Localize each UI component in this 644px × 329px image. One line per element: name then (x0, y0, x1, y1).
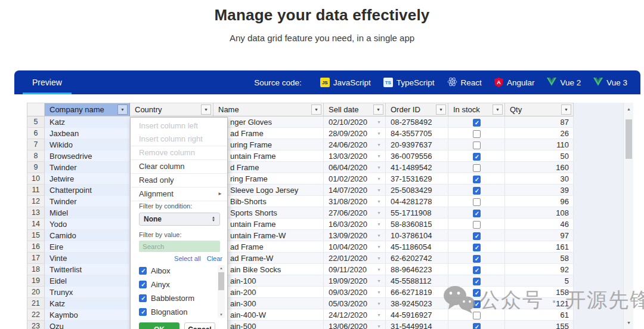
option-checkbox[interactable]: ✓ (139, 308, 147, 316)
cell-company[interactable]: Wikido (45, 139, 130, 150)
list-scroll-down-icon[interactable]: ▼ (218, 312, 225, 318)
in-stock-checkbox[interactable] (473, 221, 481, 229)
cell-in-stock[interactable] (448, 219, 505, 230)
cell-sell-date[interactable]: 24/12/2020▼ (324, 309, 386, 321)
cell-in-stock[interactable] (448, 128, 505, 139)
cell-company[interactable]: Midel (45, 207, 130, 219)
cell-sell-date[interactable]: 28/09/2020▼ (324, 128, 386, 139)
cell-company[interactable]: Jaxbean (45, 128, 130, 139)
row-number-cell[interactable]: 14 (27, 219, 45, 230)
cell-in-stock[interactable]: ✓ (448, 275, 505, 287)
cell-qty[interactable]: 26 (505, 128, 574, 139)
in-stock-checkbox[interactable]: ✓ (473, 119, 481, 127)
cell-order-id[interactable]: 10-3786104 (386, 230, 448, 241)
cell-in-stock[interactable]: ✓ (448, 230, 505, 241)
in-stock-checkbox[interactable]: ✓ (473, 255, 481, 263)
row-number-cell[interactable]: 23 (27, 321, 45, 329)
row-number-cell[interactable]: 7 (27, 139, 45, 150)
row-number-cell[interactable]: 18 (27, 264, 45, 275)
date-dropdown-icon[interactable]: ▼ (377, 302, 383, 306)
cell-sell-date[interactable]: 14/07/2020▼ (324, 185, 386, 196)
cell-name[interactable]: ain-300 (213, 298, 324, 309)
cell-in-stock[interactable]: ✓ (448, 321, 505, 329)
cell-company[interactable]: Twitterlist (45, 264, 130, 275)
condition-select[interactable]: None ▲▼ (139, 213, 220, 226)
column-dropdown-button[interactable]: ▼ (311, 104, 321, 115)
menu-item-alignment[interactable]: Alignment► (131, 187, 227, 201)
column-header-name[interactable]: Name▼ (213, 103, 324, 116)
scrollbar-thumb[interactable] (626, 119, 632, 159)
cell-name[interactable]: untain Frame-W (213, 230, 324, 241)
column-dropdown-button[interactable]: ▼ (201, 104, 211, 115)
row-number-cell[interactable]: 15 (27, 230, 45, 241)
date-dropdown-icon[interactable]: ▼ (377, 290, 383, 294)
row-number-cell[interactable]: 22 (27, 309, 45, 321)
date-dropdown-icon[interactable]: ▼ (377, 165, 383, 170)
date-dropdown-icon[interactable]: ▼ (377, 245, 383, 249)
date-dropdown-icon[interactable]: ▼ (377, 313, 383, 317)
cell-order-id[interactable]: 45-1186054 (386, 241, 448, 253)
column-dropdown-button[interactable]: ▼ (373, 104, 383, 115)
corner-header-cell[interactable] (27, 103, 45, 116)
source-link-typescript[interactable]: TSTypeScript (383, 78, 435, 87)
cell-name[interactable]: uring Frame (213, 139, 324, 150)
cell-name[interactable]: untain Frame (213, 150, 324, 162)
cell-in-stock[interactable] (448, 309, 505, 321)
cell-order-id[interactable]: 25-5083429 (386, 185, 448, 196)
in-stock-checkbox[interactable]: ✓ (473, 232, 481, 240)
cell-qty[interactable]: 161 (505, 241, 574, 253)
cell-sell-date[interactable]: 22/01/2020▼ (324, 253, 386, 264)
cell-in-stock[interactable]: ✓ (448, 185, 505, 196)
in-stock-checkbox[interactable]: ✓ (473, 210, 481, 217)
row-number-cell[interactable]: 20 (27, 287, 45, 298)
cell-qty[interactable]: 121 (505, 298, 574, 309)
cell-in-stock[interactable]: ✓ (448, 241, 505, 253)
menu-item-read-only[interactable]: Read only (131, 174, 227, 187)
cell-qty[interactable]: 110 (505, 139, 574, 150)
in-stock-checkbox[interactable]: ✓ (473, 300, 481, 308)
list-scrollbar-thumb[interactable] (218, 272, 224, 290)
in-stock-checkbox[interactable] (473, 142, 481, 149)
cell-company[interactable]: Eidel (45, 275, 130, 287)
date-dropdown-icon[interactable]: ▼ (377, 324, 383, 328)
cell-order-id[interactable]: 88-9646223 (386, 264, 448, 275)
in-stock-checkbox[interactable]: ✓ (473, 244, 481, 251)
cell-name[interactable]: ring Frame (213, 173, 324, 185)
cell-in-stock[interactable] (448, 196, 505, 207)
cell-sell-date[interactable]: 10/04/2020▼ (324, 241, 386, 253)
date-dropdown-icon[interactable]: ▼ (377, 131, 383, 136)
in-stock-checkbox[interactable] (473, 312, 481, 319)
cell-sell-date[interactable]: 31/08/2020▼ (324, 196, 386, 207)
date-dropdown-icon[interactable]: ▼ (377, 143, 383, 147)
cell-sell-date[interactable]: 13/09/2020▼ (324, 230, 386, 241)
cell-qty[interactable]: 61 (505, 309, 574, 321)
cell-order-id[interactable]: 66-6271819 (386, 287, 448, 298)
cell-company[interactable]: Yodo (45, 219, 130, 230)
in-stock-checkbox[interactable]: ✓ (473, 153, 481, 161)
cell-sell-date[interactable]: 09/11/2020▼ (324, 264, 386, 275)
cell-name[interactable]: ain Bike Socks (213, 264, 324, 275)
cell-company[interactable]: Eire (45, 241, 130, 253)
row-number-cell[interactable]: 5 (27, 116, 45, 128)
row-number-cell[interactable]: 8 (27, 150, 45, 162)
cell-name[interactable]: ain-100 (213, 275, 324, 287)
cell-order-id[interactable]: 31-5449914 (386, 321, 448, 329)
cell-sell-date[interactable]: 01/02/2020▼ (324, 173, 386, 185)
date-dropdown-icon[interactable]: ▼ (377, 267, 383, 272)
cell-order-id[interactable]: 08-2758492 (386, 116, 448, 128)
row-number-cell[interactable]: 10 (27, 173, 45, 185)
date-dropdown-icon[interactable]: ▼ (377, 199, 383, 204)
cell-qty[interactable]: 96 (505, 196, 574, 207)
cell-company[interactable]: Chatterpoint (45, 185, 130, 196)
date-dropdown-icon[interactable]: ▼ (377, 120, 383, 124)
cell-company[interactable]: Camido (45, 230, 130, 241)
list-scroll-up-icon[interactable]: ▲ (218, 265, 225, 271)
row-number-cell[interactable]: 21 (27, 298, 45, 309)
in-stock-checkbox[interactable] (473, 198, 481, 206)
select-all-link[interactable]: Select all (174, 255, 201, 262)
filter-value-option[interactable]: ✓Babblestorm (139, 291, 227, 305)
column-header-qty[interactable]: Qty▼ (505, 103, 574, 116)
date-dropdown-icon[interactable]: ▼ (377, 256, 383, 260)
in-stock-checkbox[interactable] (473, 164, 481, 172)
cell-order-id[interactable]: 58-8360815 (386, 219, 448, 230)
